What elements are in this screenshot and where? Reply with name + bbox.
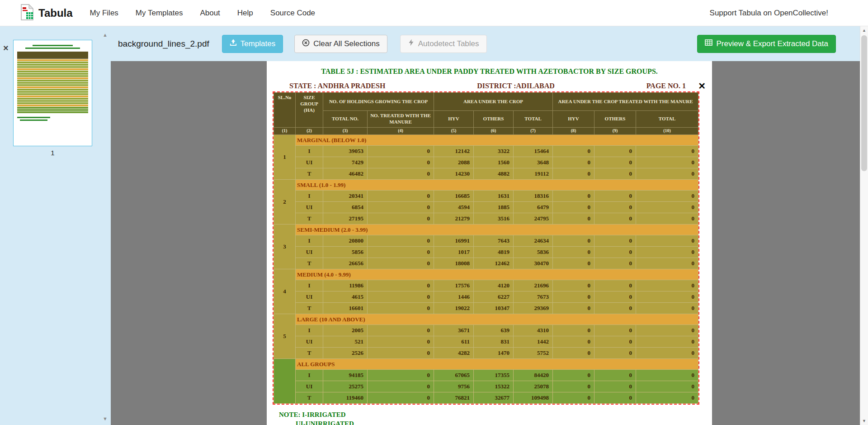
remove-page-icon[interactable]: × bbox=[3, 43, 9, 53]
row-type-cell: T bbox=[296, 168, 323, 180]
value-cell: 0 bbox=[553, 146, 594, 157]
remove-selection-icon[interactable]: ✕ bbox=[698, 81, 706, 91]
nav-item-my-files[interactable]: My Files bbox=[90, 9, 118, 18]
slno-cell: 3 bbox=[274, 224, 296, 269]
value-cell: 0 bbox=[368, 303, 434, 314]
thumbnail-bar bbox=[17, 71, 88, 72]
nav-item-about[interactable]: About bbox=[200, 9, 220, 18]
nav-item-source-code[interactable]: Source Code bbox=[270, 9, 315, 18]
slno-cell: 4 bbox=[274, 269, 296, 314]
colnum-cell: (8) bbox=[553, 128, 594, 135]
value-cell: 5836 bbox=[514, 247, 553, 258]
value-cell: 0 bbox=[368, 291, 434, 303]
pdf-note: NOTE: I-IRRIGATED UI-UNIRRIGATED bbox=[279, 410, 712, 425]
size-group-band-label: SEMI-MEDIUM (2.0 - 3.99) bbox=[296, 224, 698, 235]
value-cell: 1017 bbox=[434, 247, 474, 258]
document-viewport[interactable]: TABLE 5J : ESTIMATED AREA UNDER PADDY TR… bbox=[111, 61, 868, 425]
vertical-scrollbar[interactable]: ▲ ▼ bbox=[860, 26, 868, 425]
scrollbar-thumb[interactable] bbox=[861, 35, 867, 171]
row-type-cell: UI bbox=[296, 381, 323, 392]
value-cell: 0 bbox=[553, 258, 594, 269]
value-cell: 19022 bbox=[434, 303, 474, 314]
header-holdings-group: NO. OF HOLDINGS GROWING THE CROP bbox=[323, 93, 434, 111]
thumbnail-bar bbox=[17, 82, 88, 84]
size-group-band-label: MARGINAL (BELOW 1.0) bbox=[296, 135, 698, 146]
value-cell: 6854 bbox=[323, 202, 368, 213]
value-cell: 0 bbox=[553, 370, 594, 381]
row-type-cell: UI bbox=[296, 247, 323, 258]
value-cell: 2088 bbox=[434, 157, 474, 168]
colnum-cell: (7) bbox=[514, 128, 553, 135]
value-cell: 0 bbox=[553, 336, 594, 348]
value-cell: 16601 bbox=[323, 303, 368, 314]
value-cell: 16991 bbox=[434, 235, 474, 247]
value-cell: 0 bbox=[594, 381, 636, 392]
table-selection-overlay[interactable]: ✕ SL.No SIZE GROUP (HA) NO bbox=[273, 91, 699, 405]
brand-home-link[interactable]: Tabula bbox=[20, 4, 73, 22]
sidebar-scroll-up-icon[interactable]: ▲ bbox=[103, 33, 108, 38]
value-cell: 18316 bbox=[514, 191, 553, 202]
table-group-band-row: 2SMALL (1.0 - 1.99) bbox=[274, 180, 698, 191]
value-cell: 17355 bbox=[474, 370, 514, 381]
preview-export-button[interactable]: Preview & Export Extracted Data bbox=[697, 35, 836, 53]
value-cell: 4120 bbox=[474, 280, 514, 291]
clear-all-selections-label: Clear All Selections bbox=[313, 39, 379, 48]
thumbnail-bar bbox=[17, 84, 88, 86]
value-cell: 0 bbox=[594, 202, 636, 213]
value-cell: 4282 bbox=[434, 348, 474, 359]
thumbnail-bar bbox=[17, 68, 88, 70]
thumbnail-bar bbox=[17, 100, 88, 102]
sidebar-scroll-down-icon[interactable]: ▼ bbox=[103, 416, 108, 421]
support-link[interactable]: Support Tabula on OpenCollective! bbox=[710, 9, 828, 18]
document-filename: background_lines_2.pdf bbox=[118, 39, 209, 49]
lightning-icon bbox=[408, 39, 415, 48]
value-cell: 0 bbox=[553, 348, 594, 359]
value-cell: 4594 bbox=[434, 202, 474, 213]
top-navbar: Tabula My Files My Templates About Help … bbox=[0, 0, 868, 26]
value-cell: 0 bbox=[553, 157, 594, 168]
value-cell: 7643 bbox=[474, 235, 514, 247]
value-cell: 0 bbox=[553, 213, 594, 224]
note-line-1: NOTE: I-IRRIGATED bbox=[279, 410, 712, 419]
page-thumbnail[interactable] bbox=[13, 40, 92, 146]
row-type-cell: I bbox=[296, 191, 323, 202]
table-data-row: T11946007682132677109498000 bbox=[274, 392, 698, 404]
clear-all-selections-button[interactable]: Clear All Selections bbox=[294, 35, 387, 53]
thumbnail-bar bbox=[17, 105, 88, 106]
scrollbar-down-icon[interactable]: ▼ bbox=[860, 417, 868, 425]
value-cell: 1442 bbox=[514, 336, 553, 348]
value-cell: 0 bbox=[594, 235, 636, 247]
value-cell: 0 bbox=[553, 202, 594, 213]
value-cell: 0 bbox=[553, 191, 594, 202]
row-type-cell: I bbox=[296, 146, 323, 157]
row-type-cell: T bbox=[296, 392, 323, 404]
value-cell: 14230 bbox=[434, 168, 474, 180]
thumbnail-bar bbox=[17, 75, 88, 77]
nav-menu: My Files My Templates About Help Source … bbox=[90, 9, 315, 18]
main-column: background_lines_2.pdf Templates bbox=[111, 26, 868, 425]
table-data-row: UI46150144662277673000 bbox=[274, 291, 698, 303]
templates-button[interactable]: Templates bbox=[222, 35, 283, 53]
value-cell: 0 bbox=[636, 247, 698, 258]
table-data-row: UI25275097561532225078000 bbox=[274, 381, 698, 392]
row-type-cell: T bbox=[296, 348, 323, 359]
scrollbar-up-icon[interactable]: ▲ bbox=[860, 26, 868, 34]
value-cell: 3671 bbox=[434, 325, 474, 336]
value-cell: 0 bbox=[368, 235, 434, 247]
value-cell: 20341 bbox=[323, 191, 368, 202]
nav-item-help[interactable]: Help bbox=[237, 9, 253, 18]
state-text: STATE : ANDHRA PRADESH bbox=[289, 82, 385, 90]
pdf-page[interactable]: TABLE 5J : ESTIMATED AREA UNDER PADDY TR… bbox=[267, 61, 712, 425]
slno-cell: 2 bbox=[274, 180, 296, 224]
header-sub-hyv-2: HYV bbox=[553, 111, 594, 128]
autodetect-tables-button[interactable]: Autodetect Tables bbox=[400, 35, 487, 53]
value-cell: 4819 bbox=[474, 247, 514, 258]
table-group-band-row: 5LARGE (10 AND ABOVE) bbox=[274, 314, 698, 325]
value-cell: 0 bbox=[594, 291, 636, 303]
colnum-cell: (10) bbox=[636, 128, 698, 135]
value-cell: 0 bbox=[636, 213, 698, 224]
size-group-band-label: ALL GROUPS bbox=[296, 359, 698, 370]
value-cell: 76821 bbox=[434, 392, 474, 404]
thumbnail-page-number: 1 bbox=[13, 149, 92, 157]
nav-item-my-templates[interactable]: My Templates bbox=[136, 9, 183, 18]
